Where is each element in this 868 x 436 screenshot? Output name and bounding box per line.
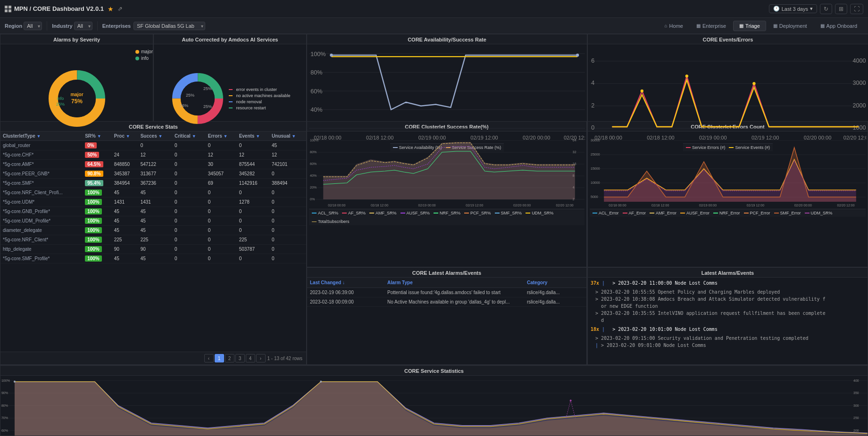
svg-text:80%: 80% xyxy=(310,69,322,76)
region-select-wrap[interactable]: All xyxy=(24,22,42,30)
svg-text:20%: 20% xyxy=(310,186,317,189)
bottom-chart-title: CORE Service Statistics xyxy=(0,366,868,376)
cell-proc: 345387 xyxy=(112,169,138,179)
th-events[interactable]: Events ▼ xyxy=(237,132,269,141)
cell-critical: 0 xyxy=(172,169,206,179)
svg-text:02/18 00:00: 02/18 00:00 xyxy=(328,204,345,207)
bottom-chart-body: 100% 90% 80% 70% 60% 400 350 300 250 200 xyxy=(0,376,868,436)
table-footer: ‹ 1 2 3 4 › 1 - 13 of 42 rows xyxy=(0,352,306,364)
alarms-body[interactable]: 2023-02-19 06:39:00 Pottential issue fou… xyxy=(307,288,586,364)
svg-point-45 xyxy=(641,90,643,92)
zoom-button[interactable]: ⊞ xyxy=(835,4,847,14)
event-line-5: d xyxy=(591,317,865,324)
pagination[interactable]: ‹ 1 2 3 4 › xyxy=(204,354,266,362)
core-events-title: CORE Events/Errors xyxy=(588,34,868,44)
page-4[interactable]: 4 xyxy=(246,354,255,362)
industry-select-wrap[interactable]: All xyxy=(74,22,92,30)
th-critical[interactable]: Critical ▼ xyxy=(172,132,206,141)
svg-text:info: info xyxy=(57,96,64,101)
svg-text:15000: 15000 xyxy=(591,167,600,170)
page-1[interactable]: 1 xyxy=(215,354,224,362)
leg-amf-err: AMF_Error xyxy=(650,211,676,215)
th-unusual[interactable]: Unusual ▼ xyxy=(269,132,306,141)
table-row: *5g-core.SMF_Profile* 100% 45 45 0 0 0 0 xyxy=(0,254,306,263)
next-page[interactable]: › xyxy=(256,354,266,362)
enterprise-icon: ▦ xyxy=(696,23,701,28)
cell-unusual: 0 xyxy=(269,226,306,235)
event-group-1: 37x | > 2023-02-20 11:00:00 Node Lost Co… xyxy=(591,280,865,287)
tab-enterprise[interactable]: ▦ Enterprise xyxy=(690,21,732,31)
cell-proc: 45 xyxy=(112,226,138,235)
core-events-chart: 6 4 2 0 40000 30000 20000 10000 xyxy=(588,44,868,153)
clusterlet-errors-legend: ACL_Error AF_Error AMF_Error AUSF_Error … xyxy=(590,209,866,217)
cell-succes: 225 xyxy=(138,235,172,245)
cell-proc: 848850 xyxy=(112,160,138,169)
screen-button[interactable]: ⛶ xyxy=(850,4,863,14)
table-row: *5g-core.UDM_Profile* 100% 45 45 0 0 0 0 xyxy=(0,216,306,226)
cell-unusual: 0 xyxy=(269,254,306,263)
cell-events: 0 xyxy=(237,226,269,235)
svg-point-47 xyxy=(752,82,755,85)
refresh-button[interactable]: ↻ xyxy=(820,4,832,14)
cell-name: *5g-core.UDM_Profile* xyxy=(0,216,83,226)
enterprises-select-wrap[interactable]: SF Global Dallas 5G Lab xyxy=(134,22,205,30)
grid-icon xyxy=(5,6,11,12)
cell-succes: 90 xyxy=(138,245,172,254)
svg-text:25%: 25% xyxy=(186,93,194,98)
svg-point-26 xyxy=(576,54,579,57)
th-errors[interactable]: Errors ▼ xyxy=(206,132,237,141)
enterprises-select[interactable]: SF Global Dallas 5G Lab xyxy=(134,22,205,30)
th-clusterlet[interactable]: ClusterletType ▼ xyxy=(0,132,83,141)
th-sr[interactable]: SR% ▼ xyxy=(83,132,112,141)
cell-critical: 0 xyxy=(172,245,206,254)
svg-text:250: 250 xyxy=(853,416,859,420)
svg-text:25%: 25% xyxy=(56,102,64,107)
time-range-selector[interactable]: 🕐 Last 3 days ▾ xyxy=(769,4,817,13)
leg-pcf-sr: PCF_SR% xyxy=(464,211,491,215)
event-group-2: 18x | > 2023-02-20 10:01:00 Node Lost Co… xyxy=(591,326,865,333)
svg-marker-72 xyxy=(323,142,575,199)
legend-node-removal: node removal xyxy=(229,99,290,104)
star-icon[interactable]: ★ xyxy=(108,5,114,13)
leg-smf-err: SMF_Error xyxy=(774,211,801,215)
table-row: *5g-core.SMF* 95.4% 384954 367236 0 69 1… xyxy=(0,179,306,188)
cell-events: 0 xyxy=(237,254,269,263)
svg-point-115 xyxy=(320,381,322,383)
prev-page[interactable]: ‹ xyxy=(204,354,214,362)
cell-name: *5g-core.NRF_Client* xyxy=(0,235,83,245)
filter-divider-2 xyxy=(97,21,98,31)
tab-app-onboard[interactable]: ▦ App Onboard xyxy=(814,21,863,31)
topbar-right: 🕐 Last 3 days ▾ ↻ ⊞ ⛶ xyxy=(769,4,863,14)
svg-text:02/20 12:00: 02/20 12:00 xyxy=(837,204,854,207)
events-log-body[interactable]: 37x | > 2023-02-20 11:00:00 Node Lost Co… xyxy=(588,278,868,364)
region-select[interactable]: All xyxy=(24,22,42,30)
leg-acl-sr: ACL_SR% xyxy=(312,211,338,215)
th-proc[interactable]: Proc ▼ xyxy=(112,132,138,141)
tab-home[interactable]: ⌂ Home xyxy=(659,21,689,31)
tab-triage[interactable]: ▦ Triage xyxy=(733,21,766,31)
page-2[interactable]: 2 xyxy=(225,354,234,362)
service-stats-table-wrap[interactable]: ClusterletType ▼ SR% ▼ Proc ▼ Succes ▼ C… xyxy=(0,132,306,352)
share-icon[interactable]: ⇗ xyxy=(117,5,123,12)
leg-total-subs: TotalSubscribers xyxy=(312,219,350,224)
cell-events: 1278 xyxy=(237,197,269,207)
cell-succes: 45 xyxy=(138,254,172,263)
leg-ausf-sr: AUSF_SR% xyxy=(401,211,430,215)
event-line-1: > 2023-02-20 10:55:55 Openet Policy and … xyxy=(591,288,865,296)
cell-errors: 69 xyxy=(206,179,237,188)
cell-proc: 384954 xyxy=(112,179,138,188)
tab-deployment[interactable]: ▦ Deployment xyxy=(767,21,813,31)
cell-sr: 95.4% xyxy=(83,179,112,188)
svg-text:02/20 12:00: 02/20 12:00 xyxy=(843,135,866,140)
svg-text:02/20 00:00: 02/20 00:00 xyxy=(513,204,531,207)
th-succes[interactable]: Succes ▼ xyxy=(138,132,172,141)
alarm-col-category: Category xyxy=(527,280,584,285)
clock-icon: 🕐 xyxy=(773,6,780,12)
leg-smf-sr: SMF_SR% xyxy=(495,211,522,215)
events-log-title: Latest Alarms/Events xyxy=(588,268,868,278)
page-3[interactable]: 3 xyxy=(235,354,245,362)
cell-unusual: 0 xyxy=(269,216,306,226)
deployment-icon: ▦ xyxy=(773,23,777,28)
industry-select[interactable]: All xyxy=(74,22,92,30)
svg-text:02/20 00:00: 02/20 00:00 xyxy=(794,204,812,207)
